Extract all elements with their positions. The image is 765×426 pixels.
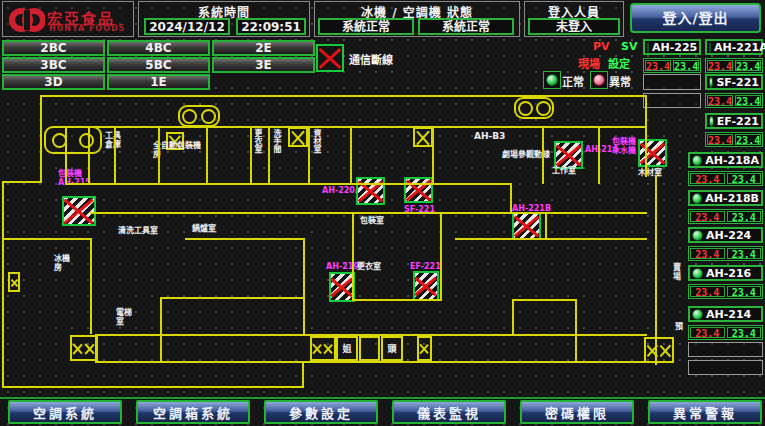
wall-segment bbox=[88, 126, 90, 184]
room-label: AH-B3 bbox=[474, 132, 505, 141]
elevator-xx-icon bbox=[310, 336, 336, 361]
room-box bbox=[359, 336, 380, 361]
shaft-x-icon bbox=[413, 127, 433, 147]
room-label-vertical: 洗手間 bbox=[271, 129, 281, 153]
wall-segment bbox=[185, 238, 303, 240]
nav-button-alarm[interactable]: 異常警報 bbox=[648, 400, 762, 424]
wall-segment bbox=[268, 126, 270, 184]
wall-segment bbox=[65, 126, 67, 184]
shaft-x-icon bbox=[8, 272, 20, 292]
nav-button-meter-monitor[interactable]: 儀表監視 bbox=[392, 400, 506, 424]
stairs-icon bbox=[44, 126, 102, 154]
floor-plan: 姐 頭 包裝機 AH-215 AH-220A SF-221 AH-219 EF-… bbox=[0, 0, 765, 426]
room-label: 工具 倉庫 bbox=[105, 131, 121, 149]
wall-segment bbox=[250, 126, 252, 184]
wall-segment bbox=[655, 175, 657, 365]
wall-segment bbox=[2, 181, 4, 388]
nav-button-ac-system[interactable]: 空調系統 bbox=[8, 400, 122, 424]
room-box: 頭 bbox=[381, 336, 403, 361]
room-label: 賣 場 bbox=[673, 263, 681, 281]
plan-unit-ah-221b-offline[interactable] bbox=[512, 212, 541, 240]
room-label-vertical: 資材室 bbox=[311, 129, 321, 153]
wall-segment bbox=[158, 126, 160, 184]
wall-segment bbox=[303, 238, 305, 335]
room-label-vertical: 更衣室 bbox=[252, 129, 262, 153]
room-label: 全自動包裝機房 bbox=[153, 141, 207, 159]
wall-segment bbox=[350, 126, 352, 184]
nav-separator bbox=[0, 397, 765, 399]
wall-segment bbox=[160, 297, 162, 362]
wall-segment bbox=[352, 299, 442, 301]
wall-segment bbox=[95, 361, 650, 363]
wall-segment bbox=[545, 213, 547, 240]
stairs-icon bbox=[178, 105, 220, 127]
wall-segment bbox=[40, 95, 645, 97]
nav-button-password-auth[interactable]: 密碼權限 bbox=[520, 400, 634, 424]
wall-segment bbox=[2, 386, 304, 388]
wall-segment bbox=[512, 299, 514, 334]
plan-unit-ah-220a-offline[interactable] bbox=[356, 177, 385, 205]
room-label: 電梯 室 bbox=[116, 308, 132, 326]
room-label: 工作室 bbox=[552, 166, 576, 175]
plan-unit-label: 包裝機 冰水機 bbox=[612, 137, 636, 155]
wall-segment bbox=[645, 95, 647, 177]
wall-segment bbox=[455, 238, 647, 240]
plan-unit-offline[interactable] bbox=[638, 139, 667, 167]
room-label: 清洗工具室 bbox=[118, 226, 158, 235]
wall-segment bbox=[440, 213, 442, 301]
wall-segment bbox=[65, 126, 645, 128]
shaft-x-icon bbox=[288, 127, 308, 147]
wall-segment bbox=[308, 126, 310, 184]
room-label: 更衣室 bbox=[357, 262, 381, 271]
stairs-icon bbox=[514, 97, 554, 119]
room-box: 姐 bbox=[336, 336, 358, 361]
room-label: 包裝室 bbox=[360, 216, 384, 225]
wall-segment bbox=[206, 126, 208, 184]
plan-unit-ah-214-offline[interactable] bbox=[554, 141, 583, 169]
wall-segment bbox=[512, 299, 577, 301]
wall-segment bbox=[90, 238, 92, 334]
wall-segment bbox=[542, 126, 544, 184]
plan-unit-ef-221-offline[interactable] bbox=[413, 271, 439, 301]
nav-button-ahu-system[interactable]: 空調箱系統 bbox=[136, 400, 250, 424]
plan-unit-ah-215-offline[interactable] bbox=[62, 196, 96, 226]
wall-segment bbox=[114, 126, 116, 184]
plan-unit-label: EF-221 bbox=[410, 262, 441, 271]
room-label: 鍋爐室 bbox=[192, 224, 216, 233]
room-label: 預 bbox=[675, 322, 683, 331]
wall-segment bbox=[432, 126, 434, 184]
elevator-xx-icon bbox=[644, 337, 674, 363]
room-label: 木材室 bbox=[638, 168, 662, 177]
wall-segment bbox=[90, 212, 647, 214]
wall-segment bbox=[160, 297, 305, 299]
wall-segment bbox=[575, 299, 577, 362]
wall-segment bbox=[40, 95, 42, 183]
plan-unit-sf-221-offline[interactable] bbox=[404, 177, 433, 203]
wall-segment bbox=[2, 181, 42, 183]
shaft-x-icon bbox=[417, 336, 432, 361]
room-label: 冰機 房 bbox=[54, 254, 70, 272]
wall-segment bbox=[95, 334, 647, 336]
wall-segment bbox=[95, 334, 97, 363]
hmi-screen: 宏亞食品 HUNYA FOODS 系統時間 2024/12/12 22:09:5… bbox=[0, 0, 765, 426]
wall-segment bbox=[510, 183, 512, 213]
nav-button-param-settings[interactable]: 參數設定 bbox=[264, 400, 378, 424]
wall-segment bbox=[2, 238, 90, 240]
wall-segment bbox=[65, 183, 512, 185]
wall-segment bbox=[302, 362, 304, 388]
elevator-xx-icon bbox=[70, 335, 98, 361]
wall-segment bbox=[352, 213, 354, 301]
wall-segment bbox=[598, 126, 600, 184]
